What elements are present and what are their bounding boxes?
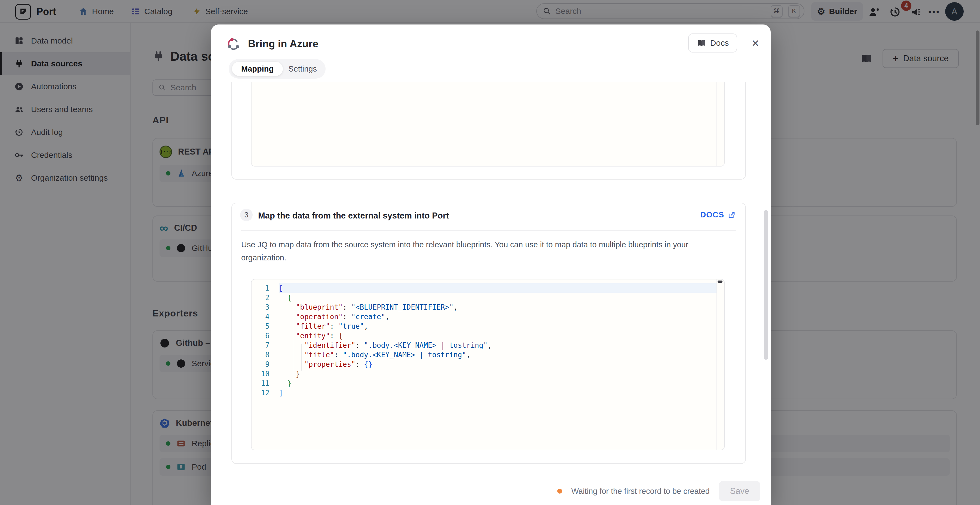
step-description: Use JQ to map data from the source syste… xyxy=(241,238,723,264)
code-text: "filter": "true", xyxy=(279,322,368,330)
line-number: 1 xyxy=(251,284,279,292)
code-text: } xyxy=(279,370,300,378)
code-line: 2 { xyxy=(251,293,724,302)
code-line: 10 } xyxy=(251,369,724,378)
webhook-icon xyxy=(226,37,241,51)
code-text: } xyxy=(279,379,291,387)
step-heading: Map the data from the external system in… xyxy=(258,211,449,221)
modal-tabs: Mapping Settings xyxy=(229,59,326,79)
docs-button[interactable]: Docs xyxy=(688,33,737,52)
indent-guide xyxy=(301,344,302,371)
code-line: 11 } xyxy=(251,378,724,388)
code-text: "identifier": ".body.<KEY_NAME> | tostri… xyxy=(279,341,492,349)
screen: Port Home Catalog Self-service xyxy=(0,0,980,505)
code-text: [ xyxy=(279,284,283,292)
code-line: 12] xyxy=(251,388,724,397)
line-number: 5 xyxy=(251,322,279,330)
line-number: 8 xyxy=(251,351,279,359)
modal-title: Bring in Azure xyxy=(248,38,318,50)
line-number: 9 xyxy=(251,360,279,368)
indent-guide xyxy=(293,306,293,380)
bring-in-azure-modal: Bring in Azure Docs × Mapping Settings 3… xyxy=(211,24,771,505)
close-icon[interactable]: × xyxy=(748,35,763,51)
docs-button-label: Docs xyxy=(710,38,729,48)
line-number: 4 xyxy=(251,313,279,321)
step-number-badge: 3 xyxy=(240,209,253,221)
code-text: "blueprint": "<BLUEPRINT_IDENTIFIER>", xyxy=(279,303,458,311)
code-lines: 1[2 {3 "blueprint": "<BLUEPRINT_IDENTIFI… xyxy=(251,283,724,397)
docs-link-label: DOCS xyxy=(700,210,724,219)
book-icon xyxy=(697,39,706,48)
line-number: 7 xyxy=(251,341,279,349)
line-number: 11 xyxy=(251,379,279,387)
code-line: 9 "properties": {} xyxy=(251,359,724,369)
editor-scrollbar-track xyxy=(716,279,717,450)
step-3-card: 3 Map the data from the external system … xyxy=(231,203,746,464)
external-link-icon xyxy=(727,211,735,219)
line-number: 6 xyxy=(251,332,279,340)
line-number: 12 xyxy=(251,389,279,397)
tab-mapping[interactable]: Mapping xyxy=(232,62,283,76)
jq-mapping-editor[interactable]: 1[2 {3 "blueprint": "<BLUEPRINT_IDENTIFI… xyxy=(251,279,725,450)
save-button[interactable]: Save xyxy=(719,481,760,501)
code-line: 4 "operation": "create", xyxy=(251,312,724,321)
previous-step-card xyxy=(231,82,746,179)
previous-step-editor[interactable] xyxy=(251,82,725,167)
code-line: 1[ xyxy=(251,283,724,293)
line-number: 2 xyxy=(251,294,279,302)
status-text: Waiting for the first record to be creat… xyxy=(571,487,710,496)
code-text: "entity": { xyxy=(279,332,343,340)
editor-scrollbar-track xyxy=(716,82,717,166)
code-line: 6 "entity": { xyxy=(251,331,724,340)
modal-scrollbar[interactable] xyxy=(764,210,768,360)
editor-scrollbar-thumb[interactable] xyxy=(718,281,722,283)
code-text: "operation": "create", xyxy=(279,313,390,321)
page-scrollbar[interactable] xyxy=(976,30,980,125)
tab-settings[interactable]: Settings xyxy=(283,65,322,73)
code-line: 3 "blueprint": "<BLUEPRINT_IDENTIFIER>", xyxy=(251,302,724,312)
docs-link[interactable]: DOCS xyxy=(700,210,735,219)
code-line: 5 "filter": "true", xyxy=(251,321,724,331)
line-number: 10 xyxy=(251,370,279,378)
code-text: { xyxy=(279,294,291,302)
status-pending-dot xyxy=(557,489,562,494)
step-divider xyxy=(241,230,736,231)
code-line: 7 "identifier": ".body.<KEY_NAME> | tost… xyxy=(251,340,724,350)
modal-footer: Waiting for the first record to be creat… xyxy=(211,477,771,505)
code-line: 8 "title": ".body.<KEY_NAME> | tostring"… xyxy=(251,350,724,359)
code-text: "title": ".body.<KEY_NAME> | tostring", xyxy=(279,351,470,359)
line-number: 3 xyxy=(251,303,279,311)
modal-header: Bring in Azure xyxy=(226,37,318,51)
code-text: ] xyxy=(279,389,283,397)
